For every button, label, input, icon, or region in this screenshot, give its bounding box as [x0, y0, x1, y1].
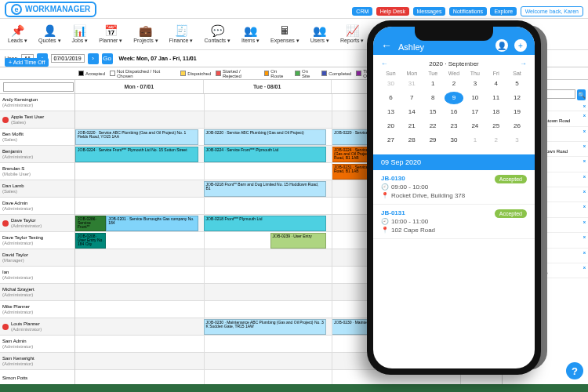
top-pill[interactable]: Help Desk [376, 7, 409, 16]
cal-prev-icon[interactable]: ← [381, 60, 388, 67]
close-icon[interactable]: x [583, 265, 586, 270]
calendar-day[interactable]: 5 [507, 78, 527, 90]
user-row[interactable]: David Taylor(Manager) [0, 249, 74, 267]
calendar-day[interactable]: 16 [445, 106, 464, 118]
unassigned-search-button[interactable]: 🔍 [577, 89, 586, 100]
calendar-day[interactable]: 10 [465, 92, 485, 104]
nav-planner[interactable]: 📅Planner ▾ [99, 24, 122, 44]
avatar-icon[interactable]: 👤 [495, 39, 508, 52]
calendar-day[interactable]: 30 [381, 78, 401, 90]
calendar-day[interactable]: 1 [423, 78, 443, 90]
task-card[interactable]: JOB-0220 · Service ABC Plumbing (Gas and… [204, 129, 327, 145]
nav-items[interactable]: 👥Items ▾ [241, 24, 260, 44]
calendar-day[interactable]: 2 [445, 78, 464, 90]
user-row[interactable]: Brendan S(Mobile User) [0, 163, 74, 180]
calendar-day[interactable]: 25 [486, 120, 506, 132]
close-icon[interactable]: x [583, 113, 586, 118]
calendar-day[interactable]: 13 [381, 106, 401, 118]
calendar-day[interactable]: 27 [381, 134, 401, 147]
close-icon[interactable]: x [583, 143, 586, 149]
calendar-day[interactable]: 9 [445, 92, 464, 104]
nav-expenses[interactable]: 🖩Expenses ▾ [270, 24, 299, 44]
calendar-day[interactable]: 29 [423, 134, 443, 147]
back-icon[interactable]: ← [381, 39, 392, 52]
user-row[interactable]: Simon Potts [0, 370, 74, 384]
calendar-day[interactable]: 3 [465, 78, 485, 90]
user-row[interactable]: Ian(Administrator) [0, 267, 74, 284]
user-row[interactable]: Ben Moffit(Sales) [0, 129, 74, 146]
close-icon[interactable]: x [583, 204, 586, 209]
calendar-day[interactable]: 18 [486, 106, 506, 118]
task-card[interactable]: JOB-0286 · Service Front** [75, 216, 106, 231]
calendar-day[interactable]: 15 [423, 106, 443, 118]
calendar-day[interactable]: 31 [402, 78, 422, 90]
calendar-day[interactable]: 21 [402, 120, 422, 132]
calendar-day[interactable]: 7 [402, 92, 422, 104]
add-time-off-button[interactable]: + Add Time Off [5, 58, 49, 67]
top-pill[interactable]: Welcome back, Karen [521, 6, 583, 16]
user-search-input[interactable] [3, 82, 74, 92]
calendar-day[interactable]: 30 [445, 134, 464, 147]
user-row[interactable]: Dan Lamb(Sales) [0, 180, 74, 198]
nav-jobs[interactable]: 📊Jobs ▾ [72, 24, 89, 44]
task-card[interactable]: JOB-0218 Front*** Plymouth Ltd [204, 216, 327, 231]
close-icon[interactable]: x [583, 174, 586, 180]
calendar-day[interactable]: 2 [486, 134, 506, 147]
user-row[interactable]: Benjamin(Administrator) [0, 146, 74, 163]
nav-leads[interactable]: 📌Leads ▾ [8, 24, 27, 44]
top-pill[interactable]: Explore [490, 7, 517, 16]
calendar-day[interactable]: 11 [486, 92, 506, 104]
user-row[interactable]: Michal Szayjert(Administrator) [0, 284, 74, 301]
user-row[interactable]: Sam Admin(Administrator) [0, 336, 74, 353]
calendar-day[interactable]: 20 [381, 120, 401, 132]
calendar-day[interactable]: 26 [507, 120, 527, 132]
user-row[interactable]: Dave Admin(Administrator) [0, 198, 74, 215]
nav-contacts[interactable]: 💬Contacts ▾ [204, 24, 230, 44]
top-pill[interactable]: Notifications [449, 7, 487, 16]
add-icon[interactable]: + [514, 39, 527, 52]
task-card[interactable]: JOB-0208 · User Entry No. 184 City [75, 233, 106, 249]
calendar-day[interactable]: 19 [507, 106, 527, 118]
nav-finance[interactable]: 🧾Finance ▾ [169, 24, 194, 44]
calendar-day[interactable]: 1 [465, 134, 485, 147]
close-icon[interactable]: x [583, 250, 586, 256]
calendar-day[interactable]: 3 [507, 134, 527, 147]
go-button[interactable]: Go [102, 53, 113, 64]
close-icon[interactable]: x [583, 103, 586, 109]
task-card[interactable]: JOB-0224 · Service Front*** Plymouth Ltd… [75, 147, 198, 162]
nav-projects[interactable]: 💼Projects ▾ [133, 24, 158, 44]
nav-users[interactable]: 👥Users ▾ [310, 24, 329, 44]
calendar-day[interactable]: 12 [507, 92, 527, 104]
user-row[interactable]: Apple Test User(Sales) [0, 111, 74, 129]
job-card[interactable]: AcceptedJB-0130🕘09:00 - 10:00📍Rocket Dri… [373, 170, 535, 205]
calendar-day[interactable]: 17 [465, 106, 485, 118]
task-card[interactable]: JOB-0239 · User Entry [270, 233, 327, 249]
nav-reports[interactable]: 📈Reports ▾ [340, 24, 364, 44]
close-icon[interactable]: x [583, 189, 586, 194]
calendar-day[interactable]: 14 [402, 106, 422, 118]
task-card[interactable]: JOB-0201 · Service Burroughs Gas company… [106, 216, 198, 231]
user-row[interactable]: Louis Planner(Administrator) [0, 318, 74, 336]
calendar-day[interactable]: 8 [423, 92, 443, 104]
calendar-day[interactable]: 23 [445, 120, 464, 132]
close-icon[interactable]: x [583, 220, 586, 225]
cal-next-icon[interactable]: → [520, 60, 527, 67]
task-card[interactable]: JOB-0218 Front** Barn and Dog Limited No… [204, 181, 327, 197]
date-input[interactable]: 07/01/2019 [51, 54, 85, 63]
user-row[interactable]: Dave Taylor Testing(Administrator) [0, 232, 74, 249]
next-week-button[interactable]: › [88, 53, 99, 64]
task-card[interactable]: JOB-0230 · Maintenance ABC Plumbing (Gas… [204, 319, 327, 335]
task-card[interactable]: JOB-0220 · Service ABC Plumbing (Gas and… [75, 129, 198, 145]
user-row[interactable]: Andy Kensington(Administrator) [0, 94, 74, 111]
close-icon[interactable]: x [583, 158, 586, 164]
job-card[interactable]: AcceptedJB-0131🕘10:00 - 11:00📍102 Cape R… [373, 205, 535, 239]
user-row[interactable]: Sam Kenwright(Administrator) [0, 353, 74, 370]
calendar-day[interactable]: 6 [381, 92, 401, 104]
user-row[interactable]: Mike Planner(Administrator) [0, 301, 74, 318]
user-row[interactable]: Dave Taylor(Administrator) [0, 215, 74, 232]
close-icon[interactable]: x [583, 234, 586, 240]
task-card[interactable]: JOB-0224 · Service Front*** Plymouth Ltd [204, 147, 327, 162]
nav-quotes[interactable]: 👤Quotes ▾ [38, 24, 61, 44]
brand-logo[interactable]: e WORKMANAGER [5, 2, 96, 17]
calendar-day[interactable]: 4 [486, 78, 506, 90]
